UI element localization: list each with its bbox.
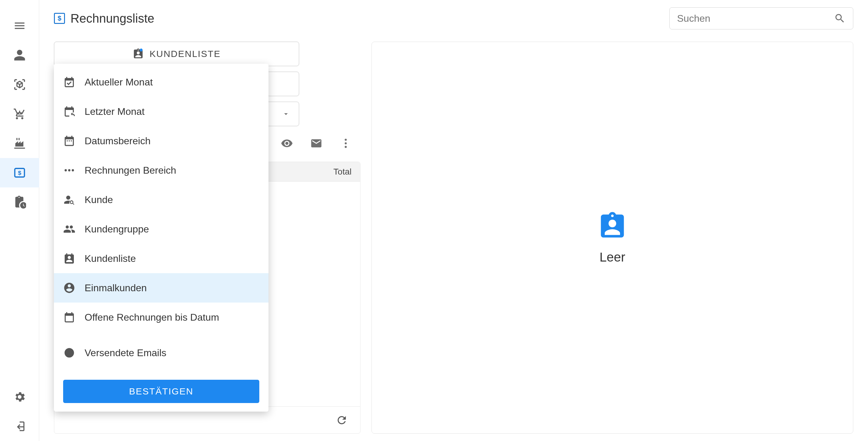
- dots-range-icon: [63, 164, 75, 176]
- dd-label: Aktueller Monat: [85, 76, 153, 88]
- sidebar-item-tasks[interactable]: [0, 188, 39, 217]
- date-range-icon: [63, 135, 75, 147]
- menu-toggle[interactable]: [0, 11, 39, 40]
- account-circle-icon: [63, 282, 75, 294]
- dd-einmalkunden[interactable]: Einmalkunden: [54, 273, 269, 303]
- dd-kunde[interactable]: Kunde: [54, 185, 269, 214]
- refresh-icon[interactable]: [336, 414, 348, 426]
- svg-point-3: [345, 139, 347, 141]
- eye-icon: [281, 137, 293, 149]
- dd-letzter-monat[interactable]: Letzter Monat: [54, 97, 269, 126]
- cart-add-icon: [13, 107, 26, 121]
- sidebar: $: [0, 0, 39, 441]
- detail-panel: Leer: [371, 42, 853, 434]
- empty-state-icon: [597, 211, 628, 242]
- email-action[interactable]: [310, 137, 322, 149]
- svg-point-5: [345, 146, 347, 148]
- calendar-blank-icon: [63, 311, 75, 324]
- dd-label: Einmalkunden: [85, 282, 147, 294]
- kundenliste-button[interactable]: KUNDENLISTE: [54, 42, 299, 66]
- invoice-icon: $: [13, 166, 26, 179]
- assignment-ind-icon: [597, 211, 628, 241]
- dd-rechnungen-bereich[interactable]: Rechnungen Bereich: [54, 156, 269, 185]
- svg-point-7: [68, 169, 70, 171]
- contact-badge-icon: [132, 48, 144, 60]
- empty-label: Leer: [599, 250, 625, 265]
- dd-label: Kunde: [85, 194, 113, 205]
- chevron-down-icon: [282, 110, 290, 118]
- dd-kundenliste[interactable]: Kundenliste: [54, 244, 269, 273]
- sidebar-item-settings[interactable]: [0, 382, 39, 412]
- confirm-button[interactable]: BESTÄTIGEN: [63, 380, 259, 403]
- more-vert-icon: [340, 137, 352, 149]
- page-title: Rechnungsliste: [70, 12, 154, 26]
- search-input[interactable]: [677, 13, 834, 24]
- sidebar-item-orders[interactable]: [0, 99, 39, 129]
- contact-list-icon: [63, 252, 75, 265]
- dd-label: Offene Rechnungen bis Datum: [85, 312, 219, 323]
- dd-aktueller-monat[interactable]: Aktueller Monat: [54, 67, 269, 97]
- person-search-icon: [63, 194, 75, 206]
- more-action[interactable]: [340, 137, 352, 149]
- factory-icon: [13, 137, 26, 150]
- clipboard-clock-icon: [13, 196, 26, 209]
- svg-point-8: [72, 169, 74, 171]
- sidebar-item-company[interactable]: [0, 129, 39, 158]
- search-icon: [834, 12, 846, 24]
- svg-point-4: [345, 142, 347, 144]
- dd-label: Kundengruppe: [85, 224, 149, 235]
- kundenliste-label: KUNDENLISTE: [150, 49, 221, 59]
- hamburger-icon: [13, 19, 26, 32]
- search-box[interactable]: [670, 7, 853, 29]
- svg-point-9: [65, 349, 73, 357]
- radio-unchecked-icon: [63, 347, 75, 359]
- col-total: Total: [334, 167, 351, 177]
- calendar-check-icon: [63, 76, 75, 88]
- svg-text:$: $: [18, 170, 21, 176]
- dd-label: Rechnungen Bereich: [85, 165, 176, 176]
- svg-point-2: [140, 49, 143, 52]
- mail-icon: [310, 137, 322, 149]
- main-content: $ Rechnungsliste KUNDENLISTE: [39, 0, 868, 441]
- filter-column: KUNDENLISTE Total: [54, 42, 361, 434]
- svg-point-6: [65, 169, 67, 171]
- dd-label: Kundenliste: [85, 253, 136, 264]
- dd-offene-rechnungen[interactable]: Offene Rechnungen bis Datum: [54, 303, 269, 332]
- dd-label: Letzter Monat: [85, 106, 145, 117]
- sidebar-item-logout[interactable]: [0, 412, 39, 441]
- calendar-undo-icon: [63, 105, 75, 117]
- filter-dropdown: Aktueller Monat Letzter Monat Datumsbere…: [54, 64, 269, 412]
- invoice-title-icon: $: [54, 13, 65, 24]
- group-icon: [63, 223, 75, 235]
- visibility-action[interactable]: [281, 137, 293, 149]
- dd-label: Versendete Emails: [85, 347, 166, 359]
- dd-versendete-emails[interactable]: Versendete Emails: [54, 338, 269, 368]
- dd-label: Datumsbereich: [85, 135, 151, 147]
- sidebar-item-products[interactable]: [0, 70, 39, 99]
- person-icon: [13, 49, 26, 62]
- logout-icon: [13, 420, 26, 433]
- sidebar-item-invoices[interactable]: $: [0, 158, 39, 188]
- cube-scan-icon: [13, 78, 26, 91]
- sidebar-item-customers[interactable]: [0, 40, 39, 70]
- gear-icon: [13, 391, 26, 403]
- dd-datumsbereich[interactable]: Datumsbereich: [54, 126, 269, 156]
- dd-kundengruppe[interactable]: Kundengruppe: [54, 214, 269, 244]
- page-title-block: $ Rechnungsliste: [54, 12, 154, 26]
